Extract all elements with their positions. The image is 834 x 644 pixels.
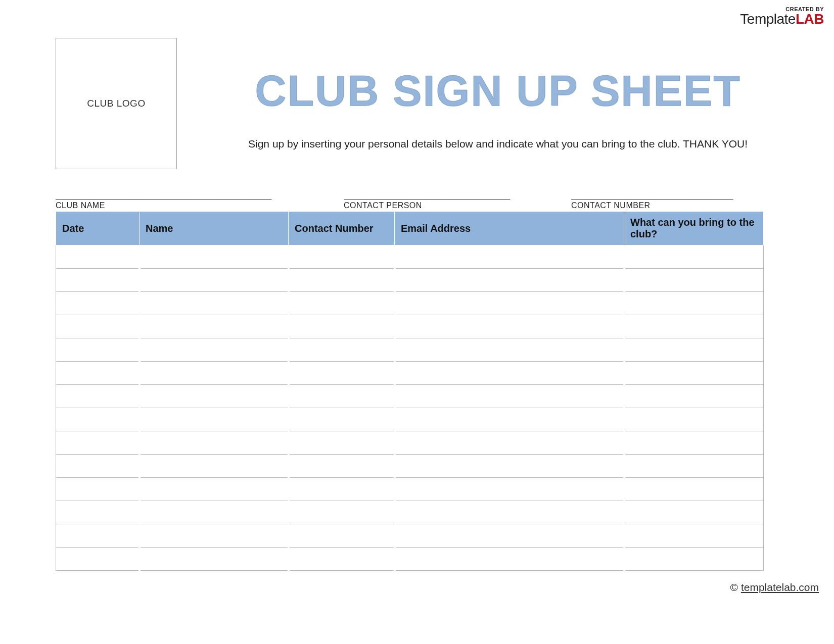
table-row [56,338,764,362]
table-cell[interactable] [624,501,764,524]
table-cell[interactable] [56,245,140,269]
th-bring: What can you bring to the club? [624,212,764,245]
table-cell[interactable] [56,455,140,478]
table-cell[interactable] [624,315,764,338]
table-cell[interactable] [56,501,140,524]
field-label-contact-number: CONTACT NUMBER [571,201,768,210]
table-cell[interactable] [140,548,289,571]
table-cell[interactable] [289,455,395,478]
table-cell[interactable] [140,524,289,548]
table-cell[interactable] [395,524,624,548]
table-cell[interactable] [289,362,395,385]
table-cell[interactable] [395,431,624,455]
table-cell[interactable] [624,245,764,269]
club-logo-placeholder[interactable]: CLUB LOGO [56,38,177,169]
table-cell[interactable] [56,524,140,548]
table-cell[interactable] [140,385,289,408]
table-cell[interactable] [289,385,395,408]
table-cell[interactable] [289,478,395,501]
table-cell[interactable] [395,269,624,292]
table-row [56,501,764,524]
table-cell[interactable] [140,245,289,269]
signup-table: Date Name Contact Number Email Address W… [56,211,764,571]
table-cell[interactable] [289,548,395,571]
table-row [56,524,764,548]
table-cell[interactable] [56,269,140,292]
table-cell[interactable] [140,362,289,385]
table-cell[interactable] [624,524,764,548]
table-row [56,245,764,269]
table-cell[interactable] [395,408,624,431]
table-cell[interactable] [56,315,140,338]
field-line: _____________________________________ [344,191,551,200]
table-cell[interactable] [140,408,289,431]
table-cell[interactable] [140,269,289,292]
table-cell[interactable] [289,245,395,269]
table-cell[interactable] [56,431,140,455]
table-cell[interactable] [56,385,140,408]
club-logo-text: CLUB LOGO [87,98,145,109]
table-cell[interactable] [56,408,140,431]
table-cell[interactable] [140,315,289,338]
table-cell[interactable] [624,431,764,455]
table-cell[interactable] [140,431,289,455]
table-cell[interactable] [289,338,395,362]
field-label-contact-person: CONTACT PERSON [344,201,551,210]
table-cell[interactable] [56,338,140,362]
field-contact-person[interactable]: _____________________________________ CO… [344,191,551,210]
table-cell[interactable] [395,548,624,571]
field-contact-number[interactable]: ____________________________________ CON… [571,191,768,210]
table-cell[interactable] [395,292,624,315]
table-row [56,431,764,455]
table-cell[interactable] [56,548,140,571]
field-club-name[interactable]: ________________________________________… [56,191,323,210]
table-cell[interactable] [140,455,289,478]
table-cell[interactable] [395,478,624,501]
table-cell[interactable] [289,524,395,548]
table-cell[interactable] [289,315,395,338]
table-cell[interactable] [624,362,764,385]
footer-link[interactable]: templatelab.com [741,581,819,593]
table-cell[interactable] [395,455,624,478]
table-row [56,478,764,501]
field-line: ________________________________________… [56,191,323,200]
table-cell[interactable] [289,269,395,292]
brand-logo: CREATED BY TemplateLAB [740,6,824,27]
table-cell[interactable] [289,408,395,431]
table-cell[interactable] [624,269,764,292]
table-row [56,292,764,315]
table-cell[interactable] [140,338,289,362]
table-cell[interactable] [395,338,624,362]
table-row [56,548,764,571]
table-row [56,455,764,478]
table-cell[interactable] [395,362,624,385]
title-area: CLUB SIGN UP SHEET Sign up by inserting … [177,38,819,150]
table-cell[interactable] [395,315,624,338]
table-cell[interactable] [624,478,764,501]
table-cell[interactable] [56,362,140,385]
th-date: Date [56,212,140,245]
table-cell[interactable] [624,385,764,408]
table-cell[interactable] [140,501,289,524]
table-cell[interactable] [624,408,764,431]
footer: © templatelab.com [730,581,819,593]
table-cell[interactable] [395,501,624,524]
table-cell[interactable] [140,478,289,501]
subtitle: Sign up by inserting your personal detai… [177,138,819,150]
header-row: CLUB LOGO CLUB SIGN UP SHEET Sign up by … [56,38,819,169]
table-cell[interactable] [289,431,395,455]
table-cell[interactable] [140,292,289,315]
table-cell[interactable] [395,245,624,269]
main-title: CLUB SIGN UP SHEET [177,66,819,116]
table-cell[interactable] [56,292,140,315]
table-cell[interactable] [624,292,764,315]
table-header-row: Date Name Contact Number Email Address W… [56,212,764,245]
table-cell[interactable] [624,455,764,478]
table-cell[interactable] [624,338,764,362]
table-cell[interactable] [56,478,140,501]
brand-name: TemplateLAB [740,11,824,27]
table-cell[interactable] [289,501,395,524]
table-cell[interactable] [395,385,624,408]
table-cell[interactable] [289,292,395,315]
table-cell[interactable] [624,548,764,571]
